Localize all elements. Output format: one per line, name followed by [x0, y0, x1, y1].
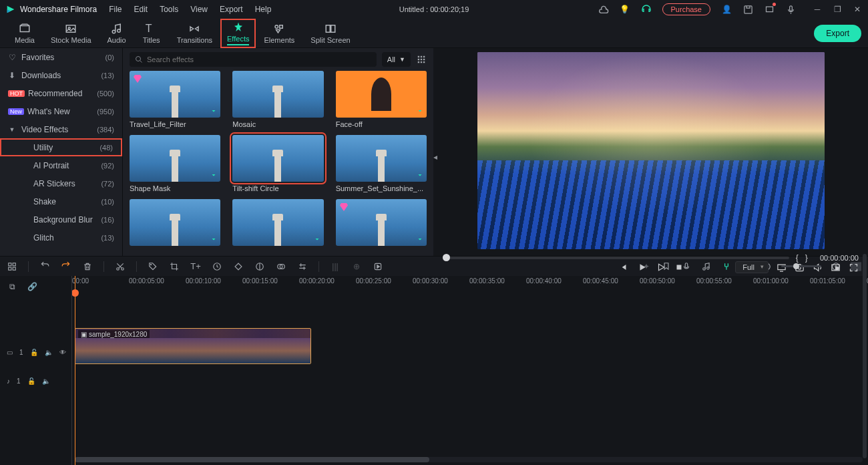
sidebar-item-glitch[interactable]: Glitch(13): [0, 228, 122, 247]
sidebar-item-shake[interactable]: Shake(10): [0, 192, 122, 210]
sidebar-item-utility[interactable]: Utility(48): [0, 138, 122, 156]
menu-tools[interactable]: Tools: [160, 5, 178, 14]
minimize-icon[interactable]: ─: [812, 4, 823, 15]
volume-icon[interactable]: [813, 263, 823, 273]
mute-icon[interactable]: 🔈: [45, 349, 53, 356]
tab-split-screen[interactable]: Split Screen: [302, 21, 358, 45]
render-icon[interactable]: [373, 261, 383, 272]
stop-icon[interactable]: [675, 263, 683, 271]
panel-divider-icon[interactable]: ◂: [433, 152, 437, 162]
menu-help[interactable]: Help: [255, 5, 272, 14]
audio-track[interactable]: [72, 365, 868, 385]
effect-label: Travel_Life_Filter: [130, 118, 220, 131]
sidebar-item-ar-stickers[interactable]: AR Stickers(72): [0, 174, 122, 192]
lock-icon[interactable]: 🔓: [30, 349, 38, 356]
tab-media[interactable]: Media: [7, 21, 43, 45]
preview-video[interactable]: [477, 52, 825, 249]
tag-icon[interactable]: [148, 261, 158, 272]
link-icon[interactable]: 🔗: [27, 281, 37, 292]
adjust-icon[interactable]: [297, 261, 308, 272]
color-icon[interactable]: [254, 261, 265, 272]
timeline-ruler[interactable]: 00:0000:00:05:0000:00:10:0000:00:15:0000…: [72, 276, 868, 292]
video-track-head[interactable]: ▭1 🔓 🔈 👁: [0, 333, 71, 371]
sidebar-item-recommended[interactable]: HOTRecommended(500): [0, 84, 122, 102]
more-icon[interactable]: ⊕: [351, 261, 362, 272]
mute-icon[interactable]: 🔈: [42, 377, 50, 385]
premium-gem-icon: [339, 202, 349, 212]
filter-dropdown[interactable]: All▼: [382, 52, 411, 67]
effect-thumb[interactable]: Tilt-shift Circle: [232, 135, 323, 195]
menu-file[interactable]: File: [109, 5, 122, 14]
undo-icon[interactable]: [39, 261, 50, 272]
pip-icon[interactable]: [831, 263, 841, 273]
display-icon[interactable]: [777, 263, 787, 273]
grid-view-icon[interactable]: [416, 54, 427, 65]
maximize-icon[interactable]: ❐: [832, 4, 843, 15]
video-clip[interactable]: ▣sample_1920x1280: [75, 328, 311, 364]
text-icon[interactable]: T+: [190, 261, 201, 272]
effect-thumb[interactable]: Mosaic: [232, 71, 323, 131]
crop-icon[interactable]: [169, 261, 180, 272]
tab-effects[interactable]: Effects: [220, 19, 256, 48]
redo-icon[interactable]: [61, 261, 71, 272]
effect-label: Shape Mask: [130, 182, 220, 195]
effect-thumb[interactable]: Travel_Life_Filter: [130, 71, 220, 131]
tab-audio[interactable]: Audio: [99, 21, 134, 45]
app-logo-icon: [5, 4, 16, 15]
sidebar-item-background-blur[interactable]: Background Blur(16): [0, 210, 122, 228]
audio-fx-icon[interactable]: |||: [330, 261, 341, 272]
fullscreen-icon[interactable]: [849, 263, 859, 273]
chroma-icon[interactable]: [276, 261, 286, 272]
download-icon: [416, 235, 424, 243]
sidebar-item-favorites[interactable]: ♡Favorites(0): [0, 48, 122, 66]
speed-icon[interactable]: [212, 261, 222, 272]
search-input[interactable]: [147, 55, 371, 63]
mic-icon[interactable]: [785, 4, 796, 15]
close-icon[interactable]: ✕: [852, 4, 863, 15]
prev-frame-icon[interactable]: [619, 263, 628, 272]
effect-thumb[interactable]: Shape Mask: [130, 135, 220, 195]
tab-transitions[interactable]: Transitions: [169, 21, 220, 45]
delete-icon[interactable]: [82, 261, 93, 272]
lock-icon[interactable]: 🔓: [27, 377, 35, 385]
playback-scrubber[interactable]: [443, 257, 789, 259]
sidebar-item-ai-portrait[interactable]: AI Portrait(92): [0, 156, 122, 174]
menu-edit[interactable]: Edit: [134, 5, 148, 14]
tab-elements[interactable]: Elements: [256, 21, 302, 45]
lightbulb-icon[interactable]: 💡: [620, 4, 630, 15]
cloud-icon[interactable]: [598, 4, 609, 15]
video-track[interactable]: ▣sample_1920x1280: [72, 328, 868, 365]
purchase-button[interactable]: Purchase: [662, 3, 710, 15]
track-stack-icon[interactable]: ⧉: [7, 281, 17, 292]
sidebar-item-downloads[interactable]: ⬇Downloads(13): [0, 66, 122, 84]
sidebar-item-video-effects[interactable]: ▼Video Effects(384): [0, 120, 122, 138]
cut-icon[interactable]: [115, 261, 126, 272]
playhead[interactable]: [75, 276, 75, 465]
vertical-scrollbar[interactable]: [863, 254, 867, 458]
zoom-slider[interactable]: [781, 265, 821, 267]
export-button[interactable]: Export: [814, 25, 861, 42]
play-forward-icon[interactable]: [656, 263, 666, 272]
effect-thumb[interactable]: [130, 199, 220, 251]
save-icon[interactable]: [742, 4, 753, 15]
audio-track-head[interactable]: ♪1 🔓 🔈: [0, 371, 71, 391]
message-icon[interactable]: [764, 4, 775, 15]
keyframe-icon[interactable]: [233, 261, 244, 272]
effect-thumb[interactable]: [232, 199, 323, 251]
profile-icon[interactable]: 👤: [721, 4, 732, 15]
headphones-icon[interactable]: [641, 4, 652, 15]
effect-thumb[interactable]: [336, 199, 427, 251]
tab-titles[interactable]: TTitles: [134, 21, 169, 45]
menu-export[interactable]: Export: [220, 5, 243, 14]
visibility-icon[interactable]: 👁: [59, 349, 66, 356]
layout-icon[interactable]: [7, 261, 17, 272]
tab-stock-media[interactable]: Stock Media: [43, 21, 99, 45]
menu-view[interactable]: View: [190, 5, 208, 14]
search-box[interactable]: [130, 52, 377, 67]
effect-thumb[interactable]: Summer_Set_Sunshine_...: [336, 135, 427, 195]
horizontal-scrollbar[interactable]: [75, 457, 863, 462]
auto-ripple-icon[interactable]: ✦: [641, 261, 652, 272]
quality-dropdown[interactable]: Full: [735, 261, 769, 273]
effect-thumb[interactable]: Face-off: [336, 71, 427, 131]
sidebar-item-whats-new[interactable]: NewWhat's New(950): [0, 102, 122, 120]
